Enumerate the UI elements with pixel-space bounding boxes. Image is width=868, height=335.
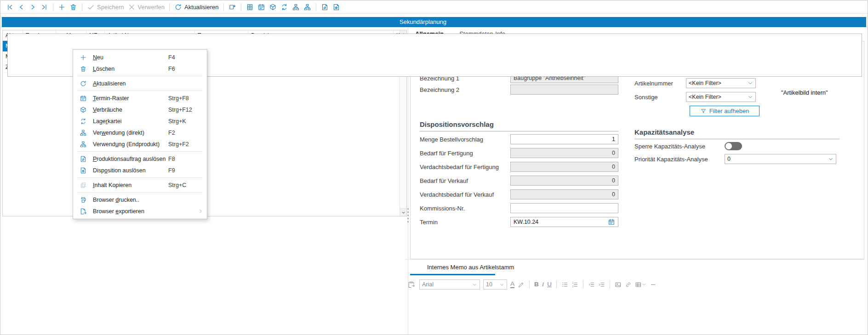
menu-item-loeschen[interactable]: LöschenF6 — [73, 63, 207, 74]
new-button[interactable] — [56, 2, 68, 12]
plus-icon — [58, 3, 66, 11]
form-row: Bedarf für Verkauf0 — [420, 176, 618, 186]
toolbar-separator — [223, 3, 224, 11]
paste-doc-icon[interactable] — [407, 281, 415, 289]
artikelnummer-filter-select[interactable]: <Kein Filter> — [686, 78, 756, 88]
prev-record-button[interactable] — [16, 2, 27, 12]
image-button[interactable] — [615, 281, 622, 288]
menu-item-label: Aktualisieren — [93, 80, 168, 87]
lagerkartei-button[interactable] — [244, 2, 256, 12]
menu-item-produktionsauftrag-ausloesen[interactable]: Produktionsauftrag auslösenF8 — [73, 153, 207, 165]
check-icon — [87, 3, 95, 11]
doc-gear-icon — [332, 3, 340, 11]
verdachtsbedarf-f-r-fertigung-field[interactable]: 0 — [510, 162, 618, 172]
refresh-button[interactable]: Aktualisieren — [172, 2, 220, 12]
font-color-button[interactable]: A — [510, 281, 514, 289]
verwendung-direkt-button[interactable] — [290, 2, 302, 12]
menu-item-shortcut: Strg+C — [168, 182, 197, 188]
termin-field[interactable]: KW.10.24 — [510, 217, 618, 227]
menu-item-lagerkartei[interactable]: LagerkarteiStrg+K — [73, 115, 207, 127]
produktionsauftrag-button[interactable] — [319, 2, 331, 12]
italic-button[interactable]: I — [542, 281, 544, 288]
menu-item-shortcut: Strg+F8 — [168, 95, 197, 102]
minus-button[interactable] — [650, 281, 657, 288]
highlight-button[interactable] — [518, 281, 525, 288]
bullet-list-button[interactable] — [561, 281, 568, 288]
save-button[interactable]: Speichern — [85, 2, 126, 12]
menu-item-verwendung-direkt[interactable]: Verwendung (direkt)F2 — [73, 127, 207, 138]
termin-raster-button[interactable] — [256, 2, 267, 12]
menu-item-label: Neu — [93, 54, 168, 61]
next-record-button[interactable] — [27, 2, 39, 12]
outdent-button[interactable] — [588, 281, 595, 288]
indent-button[interactable] — [598, 281, 605, 288]
numbered-list-button[interactable]: 12 — [571, 281, 578, 288]
bedarf-f-r-fertigung-field[interactable]: 0 — [510, 148, 618, 158]
chevron-down-icon — [472, 282, 477, 287]
discard-label: Verwerfen — [138, 4, 165, 11]
font-family-select[interactable]: Arial — [419, 279, 480, 290]
doc-sync-icon — [79, 155, 87, 163]
menu-item-browser-exportieren[interactable]: Browser exportieren — [73, 205, 207, 217]
menu-item-label: Verwendung (Endprodukt) — [93, 141, 168, 148]
menu-item-label: Termin-Raster — [93, 95, 168, 102]
menu-item-label: Inhalt Kopieren — [93, 182, 168, 188]
prioritaet-kapazitaets-analyse-select[interactable]: 0 — [725, 154, 836, 164]
toolbar-separator — [583, 280, 583, 289]
delete-button[interactable] — [68, 2, 79, 12]
bold-button[interactable]: B — [534, 281, 539, 288]
form-row: Bedarf für Fertigung0 — [420, 148, 618, 158]
field-label: Bezeichnung 2 — [420, 86, 510, 93]
menu-item-browser-drucken[interactable]: Browser drucken.. — [73, 194, 207, 205]
toolbar-separator — [556, 280, 557, 289]
filter-aufheben-button[interactable]: Filter aufheben — [690, 106, 760, 116]
menu-item-shortcut: F9 — [168, 167, 197, 174]
menu-item-shortcut: Strg+K — [168, 118, 197, 125]
sync-icon — [280, 3, 288, 11]
table-insert-button[interactable] — [635, 281, 646, 288]
menu-item-neu[interactable]: NeuF4 — [73, 51, 207, 63]
menu-item-termin-raster[interactable]: Termin-RasterStrg+F8 — [73, 92, 207, 104]
numbered-list-icon: 12 — [571, 281, 578, 288]
menu-item-verwendung-endprodukt[interactable]: Verwendung (Endprodukt)Strg+F2 — [73, 138, 207, 150]
menu-separator — [77, 76, 203, 76]
menge-bestellvorschlag-field[interactable]: 1 — [510, 134, 618, 144]
link-button[interactable] — [625, 281, 632, 288]
cube-icon — [79, 106, 87, 114]
first-record-button[interactable] — [4, 2, 16, 12]
lager-sync-button[interactable] — [279, 2, 290, 12]
underline-button[interactable]: U — [547, 281, 552, 288]
menu-separator — [77, 192, 203, 193]
refresh-label: Aktualisieren — [184, 4, 218, 11]
funnel-icon — [700, 108, 707, 114]
sperre-kapazitaets-analyse-toggle[interactable] — [725, 142, 742, 150]
menu-item-label: Browser exportieren — [93, 208, 168, 215]
window-switch-button[interactable] — [227, 2, 238, 12]
field-label: Kommissions-Nr. — [420, 205, 510, 212]
nav-first-icon — [6, 3, 14, 11]
toolbar-separator — [610, 280, 610, 289]
menu-item-aktualisieren[interactable]: Aktualisieren — [73, 78, 207, 89]
kommissions-nr--field[interactable] — [510, 203, 618, 213]
link-icon — [625, 281, 632, 288]
form-row: Bezeichnung 2 — [420, 85, 618, 95]
menu-item-disposition-ausloesen[interactable]: Disposition auslösenF9 — [73, 165, 207, 176]
org-icon — [292, 3, 300, 11]
menu-item-inhalt-kopieren[interactable]: Inhalt KopierenStrg+C — [73, 179, 207, 191]
font-size-select[interactable]: 10 — [483, 279, 507, 290]
verdachtsbedarf-f-r-verkauf-field[interactable]: 0 — [510, 189, 618, 199]
cube-icon — [269, 3, 277, 11]
sonstige-filter-select[interactable]: <Kein Filter> — [686, 92, 756, 102]
menu-item-verbraeuche[interactable]: VerbräucheStrg+F12 — [73, 104, 207, 115]
toolbar-separator — [82, 3, 82, 11]
verbraeuche-button[interactable] — [267, 2, 279, 12]
memo-tab[interactable]: Internes Memo aus Artikelstamm — [427, 264, 514, 271]
discard-button[interactable]: Verwerfen — [126, 2, 167, 12]
last-record-button[interactable] — [39, 2, 50, 12]
bedarf-f-r-verkauf-field[interactable]: 0 — [510, 176, 618, 186]
verwendung-endprodukt-button[interactable] — [302, 2, 313, 12]
disposition-button[interactable] — [331, 2, 342, 12]
field-label: Verdachtsbedarf für Verkauf — [420, 191, 510, 198]
bezeichnung-2-field[interactable] — [510, 85, 618, 95]
calendar-sm-icon — [608, 218, 615, 226]
